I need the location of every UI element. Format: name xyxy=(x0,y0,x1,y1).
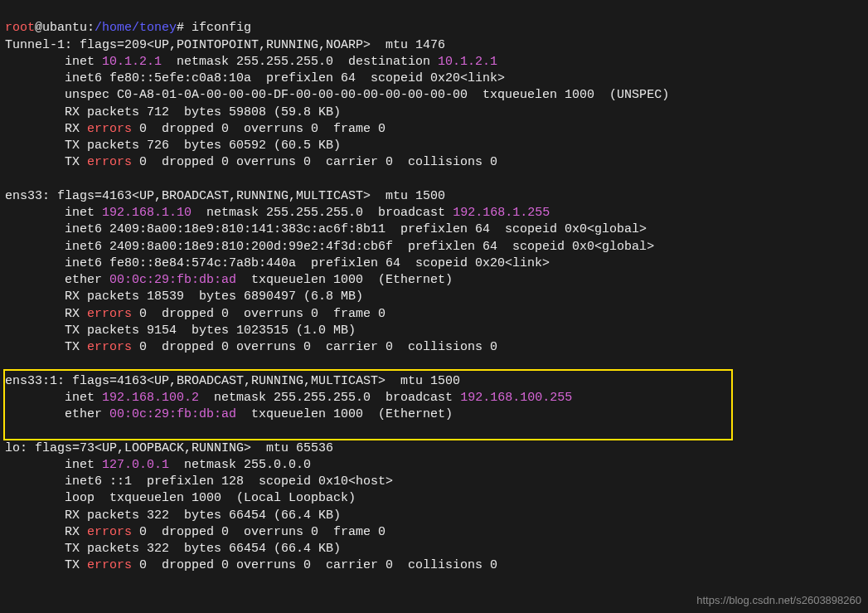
lo-inet-ip: 127.0.0.1 xyxy=(102,458,169,472)
tunnel-rx-errors: RX errors 0 dropped 0 overruns 0 frame 0 xyxy=(5,122,386,136)
lo-rx-packets: RX packets 322 bytes 66454 (66.4 KB) xyxy=(5,508,341,523)
ens33-1-broadcast-ip: 192.168.100.255 xyxy=(460,391,572,405)
errors-label: errors xyxy=(87,525,132,539)
errors-label: errors xyxy=(87,340,132,354)
lo-tx-packets: TX packets 322 bytes 66454 (66.4 KB) xyxy=(5,542,341,556)
errors-label: errors xyxy=(87,307,132,321)
iface-flags: flags=4163<UP,BROADCAST,RUNNING,MULTICAS… xyxy=(65,374,460,388)
prompt-host: ubantu xyxy=(42,21,87,35)
lo-inet6-line: inet6 ::1 prefixlen 128 scopeid 0x10<hos… xyxy=(5,474,393,489)
prompt-user: root xyxy=(5,21,35,35)
ens33-1-inet-line: inet 192.168.100.2 netmask 255.255.255.0… xyxy=(5,391,572,405)
errors-label: errors xyxy=(87,122,132,136)
iface-tunnel-header: Tunnel-1: flags=209<UP,POINTOPOINT,RUNNI… xyxy=(5,38,445,52)
ens33-ether-line: ether 00:0c:29:fb:db:ad txqueuelen 1000 … xyxy=(5,273,453,287)
ens33-1-mac: 00:0c:29:fb:db:ad xyxy=(109,407,236,421)
lo-loop-line: loop txqueuelen 1000 (Local Loopback) xyxy=(5,491,356,505)
tunnel-inet6-line: inet6 fe80::5efe:c0a8:10a prefixlen 64 s… xyxy=(5,71,505,85)
iface-ens33-header: ens33: flags=4163<UP,BROADCAST,RUNNING,M… xyxy=(5,189,445,203)
command-text: ifconfig xyxy=(192,21,251,35)
iface-ens33-1-header: ens33:1: flags=4163<UP,BROADCAST,RUNNING… xyxy=(5,374,460,388)
ens33-inet6-line-2: inet6 2409:8a00:18e9:810:200d:99e2:4f3d:… xyxy=(5,240,654,254)
ens33-inet-ip: 192.168.1.10 xyxy=(102,206,192,220)
ens33-inet6-line-1: inet6 2409:8a00:18e9:810:141:383c:ac6f:8… xyxy=(5,222,647,236)
prompt-hash: # xyxy=(177,21,192,35)
prompt-colon: : xyxy=(87,21,95,35)
iface-flags: flags=73<UP,LOOPBACK,RUNNING> mtu 65536 xyxy=(27,441,333,455)
ens33-broadcast-ip: 192.168.1.255 xyxy=(453,206,550,220)
iface-flags: flags=209<UP,POINTOPOINT,RUNNING,NOARP> … xyxy=(72,38,445,52)
tunnel-dest-ip: 10.1.2.1 xyxy=(438,55,497,69)
lo-rx-errors: RX errors 0 dropped 0 overruns 0 frame 0 xyxy=(5,525,386,539)
errors-label: errors xyxy=(87,558,132,572)
prompt-line[interactable]: root@ubantu:/home/toney# ifconfig xyxy=(5,21,251,35)
tunnel-rx-packets: RX packets 712 bytes 59808 (59.8 KB) xyxy=(5,105,341,119)
iface-name: ens33: xyxy=(5,189,50,203)
tunnel-inet-ip: 10.1.2.1 xyxy=(102,55,162,69)
lo-inet-line: inet 127.0.0.1 netmask 255.0.0.0 xyxy=(5,458,311,472)
prompt-path: /home/toney xyxy=(95,21,177,35)
ens33-rx-errors: RX errors 0 dropped 0 overruns 0 frame 0 xyxy=(5,307,386,321)
ens33-tx-packets: TX packets 9154 bytes 1023515 (1.0 MB) xyxy=(5,324,356,338)
ens33-rx-packets: RX packets 18539 bytes 6890497 (6.8 MB) xyxy=(5,289,363,304)
ens33-1-inet-ip: 192.168.100.2 xyxy=(102,391,199,405)
tunnel-tx-errors: TX errors 0 dropped 0 overruns 0 carrier… xyxy=(5,155,497,169)
ens33-inet-line: inet 192.168.1.10 netmask 255.255.255.0 … xyxy=(5,206,550,220)
iface-name: ens33:1: xyxy=(5,374,65,388)
iface-name: Tunnel-1: xyxy=(5,38,72,52)
ens33-1-ether-line: ether 00:0c:29:fb:db:ad txqueuelen 1000 … xyxy=(5,407,453,421)
ens33-mac: 00:0c:29:fb:db:ad xyxy=(109,273,236,287)
lo-tx-errors: TX errors 0 dropped 0 overruns 0 carrier… xyxy=(5,558,497,572)
errors-label: errors xyxy=(87,155,132,169)
iface-lo-header: lo: flags=73<UP,LOOPBACK,RUNNING> mtu 65… xyxy=(5,441,333,455)
prompt-at: @ xyxy=(35,21,42,35)
tunnel-tx-packets: TX packets 726 bytes 60592 (60.5 KB) xyxy=(5,139,341,153)
iface-flags: flags=4163<UP,BROADCAST,RUNNING,MULTICAS… xyxy=(50,189,445,203)
tunnel-unspec-line: unspec C0-A8-01-0A-00-00-00-DF-00-00-00-… xyxy=(5,88,669,102)
ens33-tx-errors: TX errors 0 dropped 0 overruns 0 carrier… xyxy=(5,340,497,354)
watermark-text: https://blog.csdn.net/s2603898260 xyxy=(696,593,861,608)
ens33-inet6-line-3: inet6 fe80::8e84:574c:7a8b:440a prefixle… xyxy=(5,256,550,270)
iface-name: lo: xyxy=(5,441,27,455)
tunnel-inet-line: inet 10.1.2.1 netmask 255.255.255.0 dest… xyxy=(5,55,497,69)
terminal-output: root@ubantu:/home/toney# ifconfig Tunnel… xyxy=(0,0,868,578)
